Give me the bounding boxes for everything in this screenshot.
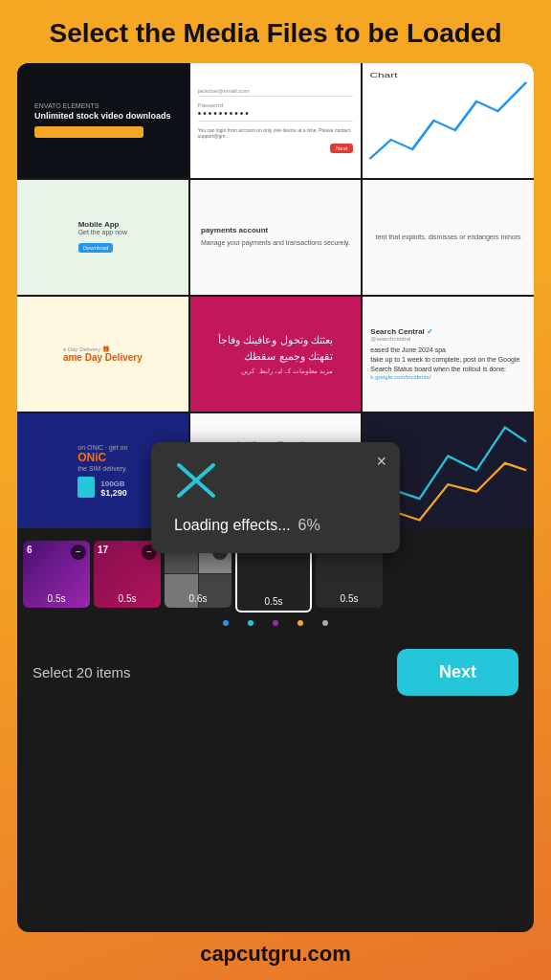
dot-4 — [298, 620, 303, 626]
cell8-arabic2: تقهتك وجميع سقطك — [218, 348, 332, 365]
media-cell-8[interactable]: بعثتك وتحول وعافينك وفاجأ تقهتك وجميع سق… — [190, 297, 362, 412]
film-duration-20: 0.5s — [316, 593, 383, 604]
cell9-name: Search Central ✓ — [370, 327, 526, 336]
film-duration-6: 0.5s — [23, 593, 90, 604]
film-item-6[interactable]: − 6 0.5s — [23, 541, 90, 608]
film-number-6: 6 — [27, 545, 33, 555]
bottom-bar: Select 20 items Next — [17, 639, 534, 709]
media-cell-4[interactable]: Mobile App Get the app now Download — [17, 180, 188, 295]
cell8-arabic1: بعثتك وتحول وعافينك وفاجأ — [218, 332, 332, 348]
film-item-17[interactable]: − 17 0.5s — [94, 541, 161, 608]
cell4-btn: Download — [78, 243, 114, 253]
footer-site: capcutgru.com — [200, 942, 351, 970]
media-cell-2[interactable]: jackdoe@email.com Password •••••••••• Yo… — [190, 63, 362, 178]
svg-rect-0 — [363, 63, 534, 178]
dot-indicators — [23, 612, 528, 634]
cell9-handle: @searchcentral — [370, 336, 526, 342]
cell5-body: Manage your payments and transactions se… — [201, 238, 350, 248]
main-container: Envato Elements Unlimited stock video do… — [17, 63, 534, 932]
cell6-body: tent that exploits, dismisses or endange… — [376, 233, 521, 242]
film-duration-18: 0.6s — [165, 593, 231, 604]
cell1-title: Unlimited stock video downloads — [34, 111, 171, 121]
next-button[interactable]: Next — [397, 649, 518, 696]
media-cell-7[interactable]: e Day Delivery 🎁 ame Day Delivery — [17, 297, 188, 412]
page-title: Select the Media Files to be Loaded — [50, 17, 502, 50]
dot-1 — [223, 620, 229, 626]
cell10-brand: ONiC — [77, 451, 127, 464]
select-count-label: Select 20 items — [33, 664, 131, 680]
dot-5 — [322, 620, 328, 626]
cell9-body: eased the June 2024 spatake up to 1 week… — [370, 345, 526, 373]
media-cell-9[interactable]: Search Central ✓ @searchcentral eased th… — [363, 297, 534, 412]
cell10-price1: 100GB — [100, 479, 127, 488]
cell2-pw-dots: •••••••••• — [198, 108, 354, 119]
cell4-title: Mobile App — [78, 220, 127, 229]
loading-text-label: Loading effects... — [174, 517, 291, 534]
cell2-note: You can login from account on only one d… — [198, 127, 354, 140]
overlay-close-btn[interactable]: × — [376, 452, 386, 472]
capcut-logo-icon — [174, 461, 222, 500]
cell2-email-label: jackdoe@email.com — [198, 88, 354, 94]
media-cell-5[interactable]: payments account Manage your payments an… — [190, 180, 362, 295]
film-remove-6[interactable]: − — [71, 545, 86, 560]
cell10-desc: the SIM delivery. — [77, 464, 127, 473]
dot-2 — [248, 620, 253, 626]
cell4-sub: Get the app now — [78, 229, 127, 235]
film-duration-19: 0.5s — [237, 596, 310, 607]
cell5-title: payments account — [201, 226, 350, 234]
svg-text:Chart: Chart — [370, 70, 398, 78]
film-number-17: 17 — [98, 545, 108, 555]
cell9-link: b.google.com/incidents/ — [370, 374, 526, 380]
media-cell-3[interactable]: Chart — [363, 63, 534, 178]
loading-overlay: × Loading effects... 6% — [151, 442, 400, 553]
loading-percent-label: 6% — [298, 517, 320, 534]
cell1-searchbar — [34, 126, 143, 138]
cell10-price2: $1,290 — [100, 488, 127, 498]
media-cell-6[interactable]: tent that exploits, dismisses or endange… — [363, 180, 534, 295]
cell10-tag: on ONiC · get on — [77, 444, 127, 451]
cell3-chart: Chart — [363, 63, 534, 178]
cell7-tag: e Day Delivery 🎁 — [63, 345, 143, 352]
cell2-btn: Next — [330, 144, 353, 153]
media-cell-1[interactable]: Envato Elements Unlimited stock video do… — [17, 63, 188, 178]
loading-text-container: Loading effects... 6% — [174, 517, 377, 534]
film-duration-17: 0.5s — [94, 593, 161, 604]
cell8-sub: مزید معلومات کے لیے رابطہ کریں — [218, 368, 332, 375]
dot-3 — [273, 620, 278, 626]
cell7-title: ame Day Delivery — [63, 352, 143, 363]
cell1-tag: Envato Elements — [34, 102, 171, 109]
